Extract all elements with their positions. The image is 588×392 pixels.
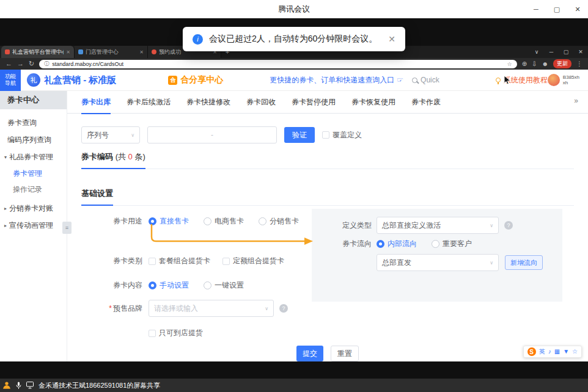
tab-card-activate[interactable]: 券卡后续激活 bbox=[127, 91, 171, 114]
panel-icon[interactable]: ▦ bbox=[554, 349, 560, 355]
verify-button[interactable]: 验证 bbox=[284, 127, 315, 143]
sidebar-group-gift-cards[interactable]: ▾ 礼品券卡管理 bbox=[0, 148, 67, 165]
speaker-icon[interactable]: ♪ bbox=[548, 349, 551, 355]
radio-distribution-sale-label[interactable]: 分销售卡 bbox=[270, 216, 299, 227]
checkbox-fixed-card-label[interactable]: 定额组合提货卡 bbox=[233, 256, 284, 266]
quick-search[interactable]: Quick bbox=[412, 76, 439, 84]
nav-toggle-line2: 导航 bbox=[5, 80, 16, 87]
sidebar-group-distribution[interactable]: ▸ 分销券卡对账 bbox=[0, 200, 67, 217]
checkbox-fixed-card[interactable] bbox=[222, 258, 230, 265]
nav-toggle-button[interactable]: 功能 导航 bbox=[0, 70, 21, 91]
language-badge[interactable]: 英 bbox=[539, 349, 545, 355]
tab-card-recycle[interactable]: 券卡回收 bbox=[246, 91, 276, 114]
flow-select[interactable]: 总部直发 ∨ bbox=[377, 254, 499, 271]
collapse-panel-icon[interactable]: » bbox=[574, 96, 578, 105]
brand[interactable]: 礼 礼盒营销 - 标准版 bbox=[27, 73, 116, 87]
tab-card-void[interactable]: 券卡作废 bbox=[411, 91, 441, 114]
favorite-icon[interactable]: ☆ bbox=[572, 349, 578, 355]
chevron-right-icon: ▸ bbox=[4, 223, 7, 228]
radio-manual-setup[interactable] bbox=[149, 281, 156, 289]
override-checkbox[interactable] bbox=[322, 131, 329, 139]
radio-ecommerce-sale-label[interactable]: 电商售卡 bbox=[215, 216, 244, 227]
code-count-pre: (共 bbox=[116, 152, 128, 161]
sidebar-item-card-query[interactable]: 券卡查询 bbox=[0, 114, 67, 131]
radio-key-customer-label[interactable]: 重要客户 bbox=[443, 239, 472, 249]
add-flow-button[interactable]: 新增流向 bbox=[505, 255, 543, 270]
tab-card-quick-edit[interactable]: 券卡快捷修改 bbox=[186, 91, 230, 114]
reload-icon[interactable]: ↻ bbox=[29, 60, 34, 67]
radio-one-click-setup-label[interactable]: 一键设置 bbox=[215, 280, 244, 291]
sidebar-item-operation-log[interactable]: 操作记录 bbox=[0, 181, 67, 197]
serial-number-input[interactable] bbox=[147, 126, 277, 143]
help-icon[interactable]: ? bbox=[279, 304, 288, 313]
main-panel: 券卡出库 券卡后续激活 券卡快捷修改 券卡回收 券卡暂停使用 券卡恢复使用 券卡… bbox=[67, 91, 588, 361]
address-bar[interactable]: ⓘ standard.maboy.cn/CardsOut ☆ bbox=[39, 60, 516, 68]
download-icon[interactable]: ⇩ bbox=[532, 61, 537, 67]
tab-card-resume[interactable]: 券卡恢复使用 bbox=[351, 91, 395, 114]
radio-distribution-sale[interactable] bbox=[259, 217, 266, 225]
notification-close-icon[interactable]: ✕ bbox=[388, 34, 395, 44]
user-menu[interactable]: B385xh xh bbox=[548, 74, 579, 86]
maximize-icon[interactable]: ▢ bbox=[546, 0, 567, 18]
browser-menu-icon[interactable]: ⋮ bbox=[576, 61, 582, 67]
radio-one-click-setup[interactable] bbox=[204, 281, 211, 289]
radio-internal-flow[interactable] bbox=[377, 240, 384, 248]
pointer-icon: ☞ bbox=[397, 76, 403, 84]
tutorial-link[interactable]: 系统使用教程 bbox=[496, 75, 548, 85]
radio-direct-sale[interactable] bbox=[149, 217, 156, 225]
checkbox-store-pickup-only[interactable] bbox=[149, 330, 156, 337]
content-row: 券卡内容 手动设置 一键设置 bbox=[81, 280, 259, 291]
tab-close-icon[interactable]: ✕ bbox=[66, 49, 70, 55]
back-icon[interactable]: ← bbox=[6, 60, 12, 67]
minimize-icon[interactable]: ─ bbox=[526, 0, 546, 18]
app-header: 功能 导航 礼 礼盒营销 - 标准版 合 合分享中心 更快捷的券卡、订单和快递速… bbox=[0, 70, 588, 91]
radio-key-customer[interactable] bbox=[432, 240, 439, 248]
browser-tab-2[interactable]: 门店管理中心 ✕ bbox=[75, 46, 148, 58]
translator-logo-icon[interactable]: S bbox=[527, 347, 536, 356]
browser-minimize-icon[interactable]: ─ bbox=[544, 46, 559, 58]
tab-search-chevron-icon[interactable]: ∨ bbox=[529, 46, 544, 58]
share-center-link[interactable]: 合 合分享中心 bbox=[168, 74, 223, 85]
define-type-select[interactable]: 总部直接定义激活 ∨ bbox=[377, 217, 499, 234]
tab-card-outbound[interactable]: 券卡出库 bbox=[81, 91, 111, 114]
sidebar-drag-handle[interactable]: ≡ bbox=[62, 222, 72, 234]
checkbox-combo-card[interactable] bbox=[149, 258, 156, 265]
chevron-down-icon: ∨ bbox=[265, 306, 268, 311]
serial-type-select[interactable]: 序列号 ∨ bbox=[81, 126, 140, 143]
profile-icon[interactable]: ☻ bbox=[542, 61, 548, 67]
user-sub: xh bbox=[563, 80, 579, 85]
browser-maximize-icon[interactable]: ▢ bbox=[559, 46, 573, 58]
checkbox-combo-card-label[interactable]: 套餐组合提货卡 bbox=[159, 256, 210, 266]
radio-internal-flow-label[interactable]: 内部流向 bbox=[388, 239, 417, 249]
tab-favicon bbox=[152, 49, 156, 54]
user-name: B385xh bbox=[563, 74, 579, 80]
url-text: standard.maboy.cn/CardsOut bbox=[52, 61, 504, 67]
tab-close-icon[interactable]: ✕ bbox=[139, 49, 144, 55]
browser-close-icon[interactable]: ✕ bbox=[573, 46, 588, 58]
browser-update-button[interactable]: 更新 bbox=[553, 59, 571, 68]
help-icon[interactable]: ? bbox=[504, 221, 513, 230]
radio-direct-sale-label[interactable]: 直接售卡 bbox=[160, 216, 189, 227]
code-count-post: 条) bbox=[133, 152, 145, 161]
tab-card-pause[interactable]: 券卡暂停使用 bbox=[292, 91, 336, 114]
reset-button[interactable]: 重置 bbox=[331, 346, 359, 361]
browser-tab-1[interactable]: 礼盒营销平台管理中心 ✕ bbox=[1, 46, 75, 58]
submit-button[interactable]: 提交 bbox=[296, 346, 323, 361]
bookmark-star-icon[interactable]: ☆ bbox=[507, 61, 512, 67]
forward-icon[interactable]: → bbox=[17, 60, 24, 67]
brand-select[interactable]: 请选择或输入 ∨ bbox=[149, 300, 274, 317]
site-info-icon[interactable]: ⓘ bbox=[44, 60, 49, 67]
sidebar-item-card-management[interactable]: 券卡管理 bbox=[0, 165, 67, 181]
override-checkbox-group[interactable]: 覆盖定义 bbox=[322, 130, 362, 140]
tab-favicon bbox=[5, 49, 10, 54]
radio-manual-setup-label[interactable]: 手动设置 bbox=[160, 280, 189, 291]
code-section-header: 券卡编码 (共 0 条) bbox=[81, 151, 574, 169]
dropdown-icon[interactable]: ▼ bbox=[563, 349, 569, 355]
zoom-icon[interactable]: ⊕ bbox=[522, 61, 527, 67]
checkbox-store-pickup-only-label[interactable]: 只可到店提货 bbox=[159, 328, 203, 338]
close-icon[interactable]: ✕ bbox=[567, 0, 588, 18]
sidebar-item-serial-query[interactable]: 编码序列查询 bbox=[0, 131, 67, 148]
quick-entry-link[interactable]: 更快捷的券卡、订单和快递速查询入口 ☞ bbox=[270, 75, 403, 85]
radio-ecommerce-sale[interactable] bbox=[204, 217, 211, 225]
sidebar-group-animation[interactable]: ▸ 宣传动画管理 bbox=[0, 217, 67, 234]
